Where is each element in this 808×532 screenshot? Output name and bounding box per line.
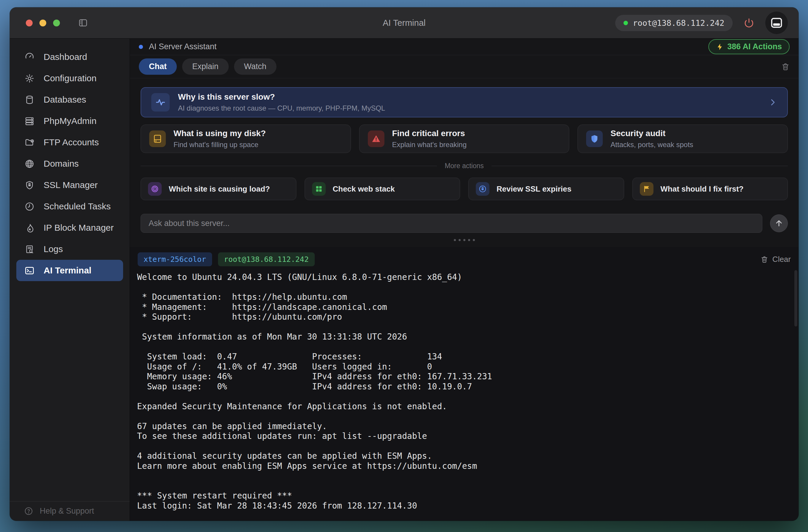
sidebar-item-ai-terminal[interactable]: AI Terminal bbox=[16, 260, 123, 281]
lightning-icon bbox=[716, 43, 724, 51]
card-subtitle: Attacks, ports, weak spots bbox=[610, 141, 693, 149]
quick-card-fix-first[interactable]: What should I fix first? bbox=[632, 178, 788, 200]
sidebar-item-label: Dashboard bbox=[43, 52, 87, 62]
sidebar-item-databases[interactable]: Databases bbox=[16, 89, 123, 110]
assistant-title: AI Server Assistant bbox=[149, 42, 217, 51]
sidebar-item-ssl-manager[interactable]: SSL Manager bbox=[16, 175, 123, 196]
more-actions-divider: More actions bbox=[141, 162, 788, 170]
term-host-badge: root@138.68.112.242 bbox=[218, 252, 315, 266]
sidebar-item-ip-block-manager[interactable]: IP Block Manager bbox=[16, 217, 123, 238]
card-title: What is using my disk? bbox=[173, 129, 266, 138]
primary-card-subtitle: AI diagnoses the root cause — CPU, memor… bbox=[178, 104, 385, 112]
help-support-link[interactable]: Help & Support bbox=[10, 501, 130, 521]
prompt-colon: : bbox=[292, 521, 297, 521]
sidebar-item-domains[interactable]: Domains bbox=[16, 153, 123, 175]
sidebar-item-label: Configuration bbox=[43, 73, 96, 83]
assistant-tabs: Chat Explain Watch bbox=[130, 55, 798, 78]
sidebar-item-label: Scheduled Tasks bbox=[43, 201, 111, 212]
warning-triangle-icon bbox=[368, 130, 384, 147]
quick-card-load[interactable]: Which site is causing load? bbox=[141, 178, 296, 200]
app-window: AI Terminal root@138.68.112.242 Dashboar… bbox=[10, 7, 798, 521]
folder-user-icon bbox=[24, 137, 35, 147]
assistant-header: AI Server Assistant 386 AI Actions bbox=[130, 39, 798, 55]
shield-icon bbox=[586, 130, 603, 147]
clear-label: Clear bbox=[772, 255, 791, 264]
sidebar-item-label: SSL Manager bbox=[43, 180, 97, 190]
shield-lock-icon bbox=[24, 180, 35, 190]
tab-explain[interactable]: Explain bbox=[182, 58, 229, 75]
gauge-icon bbox=[24, 52, 35, 62]
sidebar-item-label: IP Block Manager bbox=[43, 223, 114, 233]
lock-badge-icon bbox=[476, 182, 490, 196]
pulse-icon bbox=[151, 93, 170, 111]
card-title: Find critical errors bbox=[392, 129, 466, 138]
database-icon bbox=[24, 95, 35, 105]
prompt-hash: # bbox=[302, 521, 317, 521]
terminal-scrollbar-thumb[interactable] bbox=[794, 270, 797, 327]
card-subtitle: Explain what's breaking bbox=[392, 141, 466, 149]
terminal-output[interactable]: Welcome to Ubuntu 24.04.3 LTS (GNU/Linux… bbox=[130, 271, 798, 521]
card-title: Security audit bbox=[610, 129, 693, 138]
file-search-icon bbox=[24, 244, 35, 254]
sidebar-item-configuration[interactable]: Configuration bbox=[16, 68, 123, 89]
connection-status-dot bbox=[624, 21, 628, 25]
prompt-user: root@ubuntu-s-1vcpu-2gb-fra1-01 bbox=[137, 521, 292, 521]
quick-card-label: Check web stack bbox=[333, 184, 395, 194]
ask-input[interactable] bbox=[141, 214, 762, 233]
sidebar-item-logs[interactable]: Logs bbox=[16, 238, 123, 260]
terminal-panel-button[interactable] bbox=[765, 12, 788, 34]
suggestion-area: Why is this server slow? AI diagnoses th… bbox=[130, 78, 798, 200]
globe-icon bbox=[24, 159, 35, 169]
toggle-sidebar-icon[interactable] bbox=[78, 18, 88, 27]
sidebar-item-label: PhpMyAdmin bbox=[43, 116, 96, 126]
sidebar: Dashboard Configuration Databases PhpMyA… bbox=[10, 39, 130, 521]
more-actions-label: More actions bbox=[445, 162, 484, 170]
term-type-badge: xterm-256color bbox=[137, 252, 212, 266]
sidebar-item-ftp-accounts[interactable]: FTP Accounts bbox=[16, 132, 123, 153]
prompt-path: ~ bbox=[297, 521, 302, 521]
trash-icon bbox=[760, 255, 768, 264]
suggestion-card-security[interactable]: Security audit Attacks, ports, weak spot… bbox=[577, 125, 788, 153]
primary-card-title: Why is this server slow? bbox=[178, 92, 385, 102]
quick-card-label: Which site is causing load? bbox=[169, 184, 270, 194]
ai-actions-badge[interactable]: 386 AI Actions bbox=[708, 39, 790, 54]
chevron-right-icon bbox=[768, 98, 777, 107]
gear-icon bbox=[24, 74, 35, 83]
arrow-up-icon bbox=[774, 219, 783, 228]
connection-badge[interactable]: root@138.68.112.242 bbox=[615, 15, 733, 31]
quick-card-label: What should I fix first? bbox=[661, 184, 743, 194]
terminal-toolbar: xterm-256color root@138.68.112.242 Clear bbox=[130, 247, 798, 271]
server-icon bbox=[24, 116, 35, 126]
sidebar-item-label: Logs bbox=[43, 244, 63, 254]
quick-card-web-stack[interactable]: Check web stack bbox=[305, 178, 460, 200]
sidebar-item-dashboard[interactable]: Dashboard bbox=[16, 46, 123, 68]
tab-chat[interactable]: Chat bbox=[139, 58, 177, 75]
flag-icon bbox=[640, 182, 654, 196]
quick-card-ssl[interactable]: Review SSL expiries bbox=[469, 178, 624, 200]
send-button[interactable] bbox=[770, 215, 788, 232]
minimize-window-button[interactable] bbox=[39, 20, 46, 26]
split-drag-handle[interactable] bbox=[130, 233, 798, 247]
trash-icon[interactable] bbox=[781, 62, 790, 71]
close-window-button[interactable] bbox=[26, 20, 33, 26]
target-icon bbox=[148, 182, 162, 196]
clear-terminal-button[interactable]: Clear bbox=[760, 255, 791, 264]
suggestion-primary-card[interactable]: Why is this server slow? AI diagnoses th… bbox=[141, 87, 788, 117]
tab-watch[interactable]: Watch bbox=[234, 58, 277, 75]
main-panel: AI Server Assistant 386 AI Actions Chat … bbox=[130, 39, 798, 521]
sidebar-item-scheduled-tasks[interactable]: Scheduled Tasks bbox=[16, 196, 123, 217]
composer bbox=[130, 200, 798, 233]
help-support-label: Help & Support bbox=[40, 507, 94, 516]
sidebar-item-label: FTP Accounts bbox=[43, 137, 99, 147]
hard-drive-icon bbox=[149, 130, 166, 147]
grid-icon bbox=[312, 182, 326, 196]
power-icon[interactable] bbox=[744, 18, 754, 28]
titlebar: AI Terminal root@138.68.112.242 bbox=[10, 7, 798, 39]
sidebar-item-phpmyadmin[interactable]: PhpMyAdmin bbox=[16, 110, 123, 132]
assistant-status-dot bbox=[139, 45, 143, 49]
zoom-window-button[interactable] bbox=[53, 20, 60, 26]
suggestion-card-errors[interactable]: Find critical errors Explain what's brea… bbox=[359, 125, 570, 153]
suggestion-card-disk[interactable]: What is using my disk? Find what's filli… bbox=[141, 125, 351, 153]
sidebar-item-label: AI Terminal bbox=[43, 265, 91, 275]
clock-icon bbox=[24, 202, 35, 212]
